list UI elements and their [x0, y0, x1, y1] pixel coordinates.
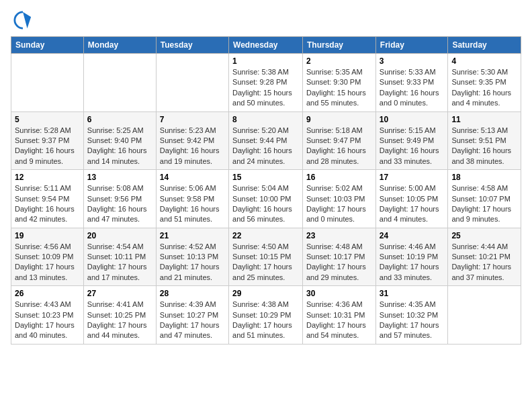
calendar-day-14: 14Sunrise: 5:06 AM Sunset: 9:58 PM Dayli… — [156, 170, 228, 228]
calendar-day-28: 28Sunrise: 4:39 AM Sunset: 10:27 PM Dayl… — [156, 286, 228, 345]
day-number: 28 — [160, 289, 225, 298]
day-number: 13 — [87, 173, 152, 182]
empty-cell — [11, 54, 84, 112]
calendar-day-6: 6Sunrise: 5:25 AM Sunset: 9:40 PM Daylig… — [83, 111, 156, 170]
day-info: Sunrise: 5:04 AM Sunset: 10:00 PM Daylig… — [232, 183, 299, 225]
day-number: 23 — [306, 231, 372, 240]
day-number: 21 — [160, 231, 225, 240]
weekday-header-friday: Friday — [375, 37, 448, 54]
calendar-day-20: 20Sunrise: 4:54 AM Sunset: 10:11 PM Dayl… — [83, 228, 156, 286]
day-number: 26 — [15, 289, 80, 298]
calendar-day-11: 11Sunrise: 5:13 AM Sunset: 9:51 PM Dayli… — [448, 111, 521, 170]
day-number: 27 — [87, 289, 152, 298]
day-info: Sunrise: 5:20 AM Sunset: 9:44 PM Dayligh… — [232, 126, 299, 167]
day-info: Sunrise: 5:02 AM Sunset: 10:03 PM Daylig… — [306, 183, 372, 225]
day-info: Sunrise: 5:06 AM Sunset: 9:58 PM Dayligh… — [160, 183, 225, 225]
day-info: Sunrise: 5:33 AM Sunset: 9:33 PM Dayligh… — [380, 67, 445, 109]
day-number: 1 — [232, 56, 299, 66]
calendar-day-29: 29Sunrise: 4:38 AM Sunset: 10:29 PM Dayl… — [229, 286, 303, 345]
calendar-day-25: 25Sunrise: 4:44 AM Sunset: 10:21 PM Dayl… — [448, 228, 521, 286]
day-info: Sunrise: 5:08 AM Sunset: 9:56 PM Dayligh… — [87, 183, 152, 225]
calendar-day-30: 30Sunrise: 4:36 AM Sunset: 10:31 PM Dayl… — [303, 286, 376, 345]
day-info: Sunrise: 4:50 AM Sunset: 10:15 PM Daylig… — [232, 242, 299, 283]
day-info: Sunrise: 4:39 AM Sunset: 10:27 PM Daylig… — [160, 300, 225, 341]
day-number: 25 — [451, 231, 517, 240]
empty-cell — [156, 54, 228, 112]
day-info: Sunrise: 5:11 AM Sunset: 9:54 PM Dayligh… — [15, 183, 80, 225]
day-info: Sunrise: 4:54 AM Sunset: 10:11 PM Daylig… — [87, 242, 152, 283]
calendar: SundayMondayTuesdayWednesdayThursdayFrid… — [11, 36, 521, 345]
calendar-day-7: 7Sunrise: 5:23 AM Sunset: 9:42 PM Daylig… — [156, 111, 228, 170]
day-number: 9 — [306, 115, 372, 124]
day-number: 30 — [306, 289, 372, 298]
day-number: 3 — [380, 56, 445, 66]
calendar-day-5: 5Sunrise: 5:28 AM Sunset: 9:37 PM Daylig… — [11, 111, 84, 170]
calendar-day-18: 18Sunrise: 4:58 AM Sunset: 10:07 PM Dayl… — [448, 170, 521, 228]
weekday-header-saturday: Saturday — [448, 37, 521, 54]
calendar-day-24: 24Sunrise: 4:46 AM Sunset: 10:19 PM Dayl… — [375, 228, 448, 286]
calendar-day-2: 2Sunrise: 5:35 AM Sunset: 9:30 PM Daylig… — [303, 54, 376, 112]
day-number: 11 — [451, 115, 517, 124]
weekday-header-thursday: Thursday — [303, 37, 376, 54]
calendar-day-12: 12Sunrise: 5:11 AM Sunset: 9:54 PM Dayli… — [11, 170, 84, 228]
weekday-header-sunday: Sunday — [11, 37, 84, 54]
day-info: Sunrise: 4:48 AM Sunset: 10:17 PM Daylig… — [306, 242, 372, 283]
day-number: 19 — [15, 231, 80, 240]
day-number: 4 — [451, 56, 517, 66]
calendar-day-23: 23Sunrise: 4:48 AM Sunset: 10:17 PM Dayl… — [303, 228, 376, 286]
empty-cell — [83, 54, 156, 112]
day-number: 24 — [380, 231, 445, 240]
day-info: Sunrise: 5:35 AM Sunset: 9:30 PM Dayligh… — [306, 67, 372, 109]
weekday-header-wednesday: Wednesday — [229, 37, 303, 54]
calendar-week-5: 26Sunrise: 4:43 AM Sunset: 10:23 PM Dayl… — [11, 286, 521, 345]
calendar-day-27: 27Sunrise: 4:41 AM Sunset: 10:25 PM Dayl… — [83, 286, 156, 345]
calendar-week-1: 1Sunrise: 5:38 AM Sunset: 9:28 PM Daylig… — [11, 54, 521, 112]
day-number: 20 — [87, 231, 152, 240]
calendar-day-13: 13Sunrise: 5:08 AM Sunset: 9:56 PM Dayli… — [83, 170, 156, 228]
day-number: 29 — [232, 289, 299, 298]
day-info: Sunrise: 5:25 AM Sunset: 9:40 PM Dayligh… — [87, 126, 152, 167]
day-info: Sunrise: 4:36 AM Sunset: 10:31 PM Daylig… — [306, 300, 372, 341]
day-info: Sunrise: 5:15 AM Sunset: 9:49 PM Dayligh… — [380, 126, 445, 167]
day-info: Sunrise: 4:43 AM Sunset: 10:23 PM Daylig… — [15, 300, 80, 341]
calendar-day-26: 26Sunrise: 4:43 AM Sunset: 10:23 PM Dayl… — [11, 286, 84, 345]
calendar-day-1: 1Sunrise: 5:38 AM Sunset: 9:28 PM Daylig… — [229, 54, 303, 112]
day-number: 10 — [380, 115, 445, 124]
calendar-week-4: 19Sunrise: 4:56 AM Sunset: 10:09 PM Dayl… — [11, 228, 521, 286]
weekday-header-monday: Monday — [83, 37, 156, 54]
weekday-header-tuesday: Tuesday — [156, 37, 228, 54]
day-number: 5 — [15, 115, 80, 124]
day-number: 14 — [160, 173, 225, 182]
calendar-week-3: 12Sunrise: 5:11 AM Sunset: 9:54 PM Dayli… — [11, 170, 521, 228]
day-info: Sunrise: 4:52 AM Sunset: 10:13 PM Daylig… — [160, 242, 225, 283]
day-number: 8 — [232, 115, 299, 124]
calendar-day-22: 22Sunrise: 4:50 AM Sunset: 10:15 PM Dayl… — [229, 228, 303, 286]
day-info: Sunrise: 4:46 AM Sunset: 10:19 PM Daylig… — [380, 242, 445, 283]
day-info: Sunrise: 5:18 AM Sunset: 9:47 PM Dayligh… — [306, 126, 372, 167]
day-info: Sunrise: 4:44 AM Sunset: 10:21 PM Daylig… — [451, 242, 517, 283]
day-number: 16 — [306, 173, 372, 182]
calendar-day-19: 19Sunrise: 4:56 AM Sunset: 10:09 PM Dayl… — [11, 228, 84, 286]
empty-cell — [448, 286, 521, 345]
day-info: Sunrise: 5:00 AM Sunset: 10:05 PM Daylig… — [380, 183, 445, 225]
day-number: 22 — [232, 231, 299, 240]
calendar-day-17: 17Sunrise: 5:00 AM Sunset: 10:05 PM Dayl… — [375, 170, 448, 228]
calendar-day-8: 8Sunrise: 5:20 AM Sunset: 9:44 PM Daylig… — [229, 111, 303, 170]
day-info: Sunrise: 5:13 AM Sunset: 9:51 PM Dayligh… — [451, 126, 517, 167]
day-number: 2 — [306, 56, 372, 66]
calendar-day-31: 31Sunrise: 4:35 AM Sunset: 10:32 PM Dayl… — [375, 286, 448, 345]
logo-icon — [13, 11, 32, 30]
day-info: Sunrise: 5:38 AM Sunset: 9:28 PM Dayligh… — [232, 67, 299, 109]
page-header — [11, 11, 521, 30]
day-number: 18 — [451, 173, 517, 182]
calendar-day-9: 9Sunrise: 5:18 AM Sunset: 9:47 PM Daylig… — [303, 111, 376, 170]
calendar-day-4: 4Sunrise: 5:30 AM Sunset: 9:35 PM Daylig… — [448, 54, 521, 112]
day-number: 17 — [380, 173, 445, 182]
calendar-week-2: 5Sunrise: 5:28 AM Sunset: 9:37 PM Daylig… — [11, 111, 521, 170]
calendar-day-10: 10Sunrise: 5:15 AM Sunset: 9:49 PM Dayli… — [375, 111, 448, 170]
calendar-day-15: 15Sunrise: 5:04 AM Sunset: 10:00 PM Dayl… — [229, 170, 303, 228]
calendar-header-row: SundayMondayTuesdayWednesdayThursdayFrid… — [11, 37, 521, 54]
day-info: Sunrise: 5:23 AM Sunset: 9:42 PM Dayligh… — [160, 126, 225, 167]
logo — [11, 11, 32, 30]
calendar-day-21: 21Sunrise: 4:52 AM Sunset: 10:13 PM Dayl… — [156, 228, 228, 286]
